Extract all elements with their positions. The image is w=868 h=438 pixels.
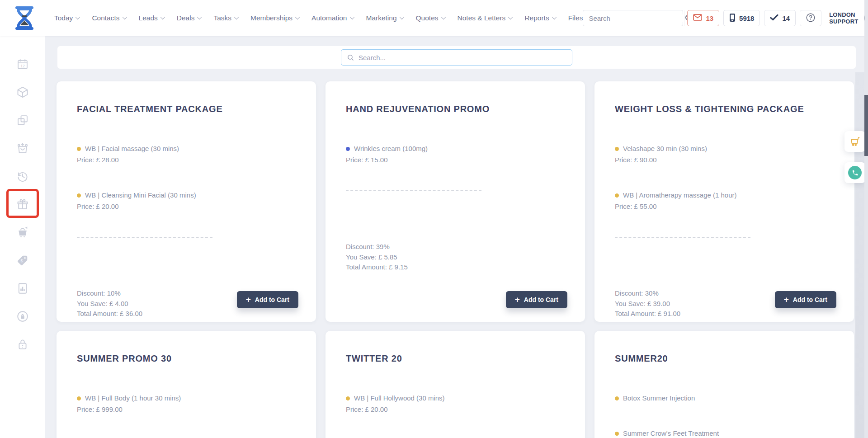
item-name-row: Summer Crow's Feet Treatment [615, 429, 836, 438]
nav-item[interactable]: Tasks [213, 14, 238, 22]
item-name-row: WB | Full Hollywood (30 mins) [346, 393, 567, 403]
add-to-cart-button[interactable]: + Add to Cart [775, 291, 836, 308]
mail-count: 13 [706, 14, 713, 22]
floating-phone-button[interactable] [844, 162, 865, 183]
package-search-panel [57, 46, 856, 69]
package-search-input[interactable] [359, 54, 566, 61]
nav-item[interactable]: Automation [311, 14, 354, 22]
item-name-row: WB | Full Body (1 hour 30 mins) [77, 393, 298, 403]
help-badge[interactable] [800, 10, 821, 26]
plus-icon: + [515, 295, 520, 304]
nav-item-label: Tasks [213, 14, 231, 22]
nav-item[interactable]: Files [568, 14, 583, 22]
nav-item[interactable]: Memberships [250, 14, 299, 22]
question-mark-icon [806, 13, 816, 24]
dashed-divider [615, 237, 750, 238]
nav-item[interactable]: Deals [177, 14, 202, 22]
tasks-done-count: 14 [782, 14, 790, 22]
gift-icon[interactable] [16, 198, 29, 211]
item-name: WB | Full Body (1 hour 30 mins) [85, 393, 181, 403]
item-name-row: Wrinkles cream (100mg) [346, 144, 567, 154]
total-amount-text: Total Amount: £ 36.00 [77, 309, 298, 319]
mail-notifications-badge[interactable]: 13 [687, 10, 719, 26]
add-to-cart-label: Add to Cart [793, 296, 827, 303]
mobile-phone-icon [729, 13, 736, 24]
package-card: SUMMER PROMO 30 WB | Full Body (1 hour 3… [57, 331, 316, 438]
item-name-row: WB | Aromatherapy massage (1 hour) [615, 190, 836, 200]
chevron-down-icon [197, 14, 202, 19]
package-items: WB | Full Hollywood (30 mins) Price: £ 2… [346, 393, 567, 414]
history-icon[interactable] [16, 170, 29, 183]
price-tag-icon[interactable]: $ [16, 254, 29, 267]
tasks-done-badge[interactable]: 14 [764, 10, 796, 26]
cart-icon [849, 136, 861, 147]
plus-icon: + [246, 295, 251, 304]
item-name-row: WB | Cleansing Mini Facial (30 mins) [77, 190, 298, 200]
scrollbar-track[interactable] [864, 0, 868, 438]
bullet-dot-icon [615, 147, 619, 151]
item-price: Price: £ 20.00 [77, 202, 298, 212]
bullet-dot-icon [77, 193, 81, 198]
nav-item[interactable]: Quotes [416, 14, 445, 22]
item-price: Price: £ 15.00 [346, 155, 567, 165]
item-name: Summer Crow's Feet Treatment [623, 429, 719, 438]
chevron-down-icon [441, 14, 446, 19]
chevron-down-icon [234, 14, 239, 19]
top-nav-bar: Today Contacts Leads Deals Tasks Members… [0, 0, 868, 36]
nav-item-label: Notes & Letters [458, 14, 506, 22]
package-title: WEIGHT LOSS & TIGHTENING PACKAGE [615, 102, 836, 116]
package-search-box [341, 49, 572, 66]
chevron-down-icon [399, 14, 404, 19]
package-items: Botox Summer Injection Summer Crow's Fee… [615, 393, 836, 438]
right-edge-band [855, 72, 864, 438]
package-card: SUMMER20 Botox Summer Injection Summer C… [594, 331, 854, 438]
item-name-row: Velashape 30 min (30 mins) [615, 144, 836, 154]
package-icon[interactable] [16, 86, 29, 99]
lock-icon[interactable] [16, 338, 29, 351]
copy-icon[interactable] [16, 114, 29, 127]
package-items: WB | Full Body (1 hour 30 mins) Price: £… [77, 393, 298, 414]
main-nav: Today Contacts Leads Deals Tasks Members… [54, 14, 583, 22]
package-title: FACIAL TREATMENT PACKAGE [77, 102, 298, 116]
item-name: WB | Facial massage (30 mins) [85, 144, 179, 154]
account-lock-icon[interactable] [16, 310, 29, 323]
item-name: Velashape 30 min (30 mins) [623, 144, 707, 154]
nav-item[interactable]: Today [54, 14, 80, 22]
nav-item[interactable]: Marketing [366, 14, 404, 22]
user-name: LONDON SUPPORT [829, 11, 858, 25]
package-title: SUMMER20 [615, 352, 836, 365]
chevron-down-icon [122, 14, 127, 19]
calls-badge[interactable]: 5918 [723, 10, 760, 26]
nav-item-label: Today [54, 14, 73, 22]
add-to-cart-button[interactable]: + Add to Cart [506, 291, 567, 308]
package-item: WB | Aromatherapy massage (1 hour) Price… [615, 190, 836, 212]
nav-item[interactable]: Reports [524, 14, 556, 22]
package-item: Summer Crow's Feet Treatment [615, 429, 836, 438]
add-to-cart-label: Add to Cart [255, 296, 289, 303]
bag-download-icon[interactable] [16, 142, 29, 155]
item-price: Price: £ 20.00 [346, 405, 567, 414]
scrollbar-thumb[interactable] [864, 95, 868, 156]
package-item: WB | Full Hollywood (30 mins) Price: £ 2… [346, 393, 567, 414]
item-name-row: Botox Summer Injection [615, 393, 836, 403]
nav-item[interactable]: Leads [139, 14, 165, 22]
nav-item-label: Reports [524, 14, 549, 22]
phone-icon [848, 166, 862, 179]
nav-item[interactable]: Notes & Letters [458, 14, 513, 22]
package-cards-grid: FACIAL TREATMENT PACKAGE WB | Facial mas… [57, 81, 861, 438]
search-icon [347, 54, 354, 61]
header-search-input[interactable] [583, 14, 684, 22]
calendar-icon[interactable]: 12 [16, 58, 29, 71]
nav-item-label: Marketing [366, 14, 397, 22]
brand-logo-hourglass-icon[interactable] [13, 4, 36, 32]
cart-icon[interactable] [16, 226, 29, 239]
floating-cart-button[interactable] [844, 131, 865, 152]
plus-icon: + [784, 295, 789, 304]
add-to-cart-button[interactable]: + Add to Cart [237, 291, 298, 308]
report-icon[interactable] [16, 282, 29, 295]
total-amount-text: Total Amount: £ 9.15 [346, 262, 567, 273]
nav-item-label: Quotes [416, 14, 439, 22]
item-price: Price: £ 999.00 [77, 405, 298, 414]
nav-item-label: Automation [311, 14, 347, 22]
nav-item[interactable]: Contacts [92, 14, 126, 22]
